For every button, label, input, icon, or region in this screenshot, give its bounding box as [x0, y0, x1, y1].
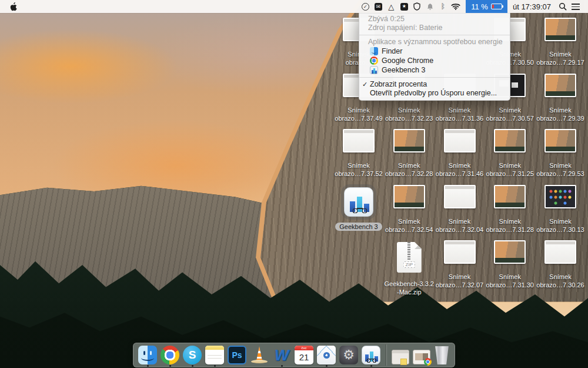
icon-wrap	[343, 129, 375, 156]
menu-item[interactable]	[23, 0, 35, 13]
app-icon: Ps	[228, 346, 246, 364]
bell-icon[interactable]	[425, 2, 435, 11]
screenshot-thumbnail	[494, 240, 526, 264]
show-percent-menu-item[interactable]: Zobrazit procenta	[359, 80, 510, 89]
desktop-icon-geekbench[interactable]: Geekbench 3	[335, 185, 382, 231]
menu-separator	[359, 77, 510, 78]
desktop-icon[interactable]: Snímek obrazo…7.37.52	[335, 129, 382, 178]
icon-wrap	[393, 129, 425, 156]
file-label: Snímek obrazo…7.37.52	[335, 161, 382, 178]
app-icon	[434, 346, 450, 364]
desktop-icon[interactable]: Snímek obrazo…7.32.04	[436, 185, 483, 234]
dock-item-photoshop[interactable]: Ps	[228, 346, 246, 364]
icon-wrap	[393, 185, 425, 212]
menu-separator	[359, 35, 510, 35]
desktop-icon[interactable]: Snímek obrazo…7.30.13	[537, 185, 584, 234]
file-label: Snímek obrazo…7.31.25	[486, 161, 534, 178]
file-label: Snímek obrazo…7.29.17	[536, 50, 584, 67]
desktop-icon[interactable]: Snímek obrazo…7.31.30	[486, 240, 533, 289]
file-label: Snímek obrazo…7.32.04	[436, 217, 483, 234]
menu-bar-left	[0, 0, 129, 13]
menu-item[interactable]	[82, 0, 93, 13]
menu-item[interactable]	[46, 0, 58, 13]
open-energy-prefs-menu-item[interactable]: Otevřít předvolby pro Úsporu energie...	[359, 89, 510, 98]
dock-item-window-chrome[interactable]	[413, 350, 430, 364]
dock-item-separator[interactable]	[386, 344, 386, 366]
desktop-icon[interactable]: Snímek obrazo…7.29.39	[537, 74, 584, 122]
desktop-icon[interactable]: Snímek obrazo…7.30.26	[537, 240, 584, 289]
menu-item[interactable]	[117, 0, 129, 13]
desktop-icon[interactable]: ZIP Geekbench-3.3.2 -Mac.zip	[386, 240, 433, 296]
dock-item-system-preferences[interactable]: ⚙	[339, 346, 358, 364]
screenshot-thumbnail	[494, 129, 526, 152]
energy-app-item[interactable]: Finder	[359, 47, 510, 56]
battery-menu-extra[interactable]: 11 %	[466, 0, 507, 13]
dock-item-chrome[interactable]	[161, 346, 179, 364]
desktop-icon[interactable]: Snímek obrazo…7.29.53	[537, 129, 584, 178]
icon-wrap	[444, 129, 476, 156]
menu-item[interactable]	[70, 0, 82, 13]
dock-item-window-finder[interactable]	[392, 350, 409, 364]
screenshot-thumbnail	[444, 129, 476, 152]
icon-wrap	[494, 240, 526, 267]
wifi-icon[interactable]	[451, 2, 461, 11]
battery-percent: 11 %	[471, 2, 488, 11]
desktop-icon[interactable]: Snímek obrazo…7.31.46	[436, 129, 483, 178]
app-icon: čvc 21	[295, 346, 313, 364]
menu-item[interactable]	[35, 0, 46, 13]
screenshot-thumbnail	[544, 18, 576, 41]
google-drive-icon[interactable]: △	[386, 2, 396, 11]
desktop-icon[interactable]: Snímek obrazo…7.32.07	[436, 240, 483, 289]
icon-wrap	[344, 185, 373, 219]
dock-item-word[interactable]: W	[272, 346, 291, 364]
battery-dropdown-menu: Zbývá 0:25 Zdroj napájení: Baterie Aplik…	[359, 13, 510, 101]
zip-badge: ZIP	[403, 261, 415, 268]
screenshot-thumbnail	[393, 185, 425, 208]
dock-item-trash[interactable]	[434, 346, 450, 364]
desktop-icon[interactable]: Snímek obrazo…7.31.25	[486, 129, 533, 178]
desktop-icon[interactable]: Snímek obrazo…7.32.54	[386, 185, 433, 234]
dock-item-mail[interactable]	[317, 346, 336, 364]
energy-app-label: Google Chrome	[382, 57, 433, 65]
mail-icon[interactable]	[373, 2, 383, 11]
file-label: Snímek obrazo…7.29.53	[536, 161, 584, 178]
apple-menu[interactable]	[0, 0, 23, 13]
icon-wrap	[544, 74, 576, 101]
icon-wrap	[544, 18, 576, 45]
icon-wrap	[494, 185, 526, 212]
energy-app-item[interactable]: Geekbench 3	[359, 65, 510, 75]
desktop-icon[interactable]: Snímek obrazo…7.32.28	[386, 129, 433, 178]
menu-item[interactable]	[105, 0, 117, 13]
desktop-icon[interactable]: Snímek obrazo…7.31.28	[486, 185, 533, 234]
file-label: Snímek obrazo…7.30.57	[486, 106, 534, 122]
file-label: Snímek obrazo…7.32.07	[436, 273, 483, 289]
battery-power-source: Zdroj napájení: Baterie	[359, 24, 510, 32]
dock-item-notes[interactable]	[205, 346, 224, 364]
spotlight-icon[interactable]	[558, 2, 568, 11]
icon-wrap	[544, 185, 576, 212]
bluetooth-icon[interactable]: ᛒ	[438, 2, 448, 11]
menu-item[interactable]	[58, 0, 70, 13]
energy-apps-header: Aplikace s významnou spotřebou energie	[359, 38, 510, 47]
screenshot-thumbnail	[544, 74, 576, 97]
icon-wrap: ZIP	[397, 240, 422, 274]
screenshot-thumbnail	[444, 185, 476, 208]
zip-file-icon: ZIP	[397, 242, 422, 273]
task-check-icon[interactable]	[360, 2, 370, 11]
notification-center-icon[interactable]	[572, 4, 580, 10]
bookmark-star-icon[interactable]	[399, 2, 409, 11]
dock-item-finder[interactable]	[138, 346, 157, 364]
file-label: Geekbench-3.3.2 -Mac.zip	[385, 280, 434, 296]
energy-app-item[interactable]: Google Chrome	[359, 56, 510, 65]
desktop-icon[interactable]: Snímek obrazo…7.29.17	[537, 18, 584, 67]
desktop-screen: Snímek obrazo… Snímek obrazo…7.30.50	[0, 0, 588, 368]
dock-item-geekbench[interactable]	[362, 346, 380, 364]
file-label: Snímek obrazo…7.32.28	[385, 161, 433, 178]
menu-item[interactable]	[93, 0, 105, 13]
dock-item-calendar[interactable]: čvc 21	[295, 346, 313, 364]
dock-item-vlc[interactable]	[250, 346, 269, 364]
shield-icon[interactable]	[412, 2, 422, 11]
menu-bar-clock[interactable]: út 17:39:07	[507, 2, 556, 11]
file-label: Snímek obrazo…7.32.23	[385, 106, 433, 122]
dock-item-skype[interactable]: S	[183, 346, 202, 364]
